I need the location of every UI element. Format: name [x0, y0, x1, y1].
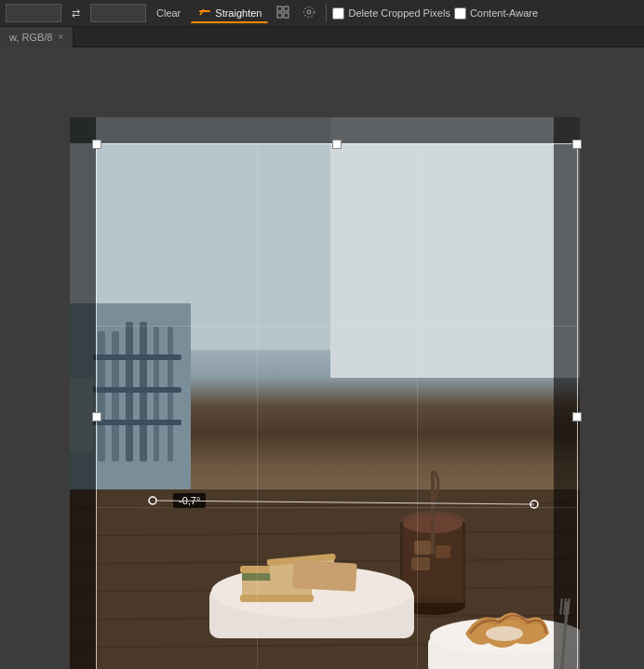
- svg-rect-3: [284, 7, 288, 11]
- grid-line-h1: [97, 326, 577, 327]
- svg-point-6: [307, 10, 311, 14]
- grid-line-v1: [257, 144, 258, 669]
- separator-1: [326, 4, 327, 22]
- svg-rect-2: [277, 7, 282, 11]
- canvas-area[interactable]: -0,7°: [0, 47, 644, 669]
- svg-rect-0: [199, 10, 210, 12]
- tabbar: w, RGB/8 ×: [0, 27, 644, 47]
- height-input[interactable]: [90, 4, 146, 22]
- delete-cropped-checkbox[interactable]: Delete Cropped Pixels: [332, 7, 449, 20]
- tab-close-button[interactable]: ×: [58, 32, 63, 42]
- rotation-line: [97, 144, 577, 669]
- angle-display: -0,7°: [173, 493, 206, 508]
- handle-top-right[interactable]: [572, 140, 582, 149]
- document-tab[interactable]: w, RGB/8 ×: [0, 27, 74, 47]
- settings-icon: [302, 6, 315, 21]
- toolbar: ⇄ Clear Straighten: [0, 0, 644, 27]
- clear-button[interactable]: Clear: [150, 3, 187, 23]
- grid-line-h2: [97, 507, 577, 508]
- width-input[interactable]: [6, 4, 61, 22]
- crop-frame[interactable]: -0,7°: [96, 143, 578, 669]
- handle-top-center[interactable]: [332, 140, 342, 149]
- grid-button[interactable]: [272, 3, 294, 23]
- swap-button[interactable]: ⇄: [65, 3, 87, 23]
- straighten-icon: [197, 5, 212, 21]
- svg-point-7: [304, 7, 315, 17]
- handle-top-left[interactable]: [92, 140, 101, 149]
- grid-icon: [276, 6, 289, 21]
- swap-icon: ⇄: [72, 7, 80, 20]
- handle-middle-right[interactable]: [572, 412, 582, 421]
- handle-middle-left[interactable]: [92, 412, 101, 421]
- svg-rect-5: [284, 13, 288, 18]
- svg-point-69: [149, 497, 156, 504]
- svg-line-70: [156, 501, 534, 504]
- straighten-button[interactable]: Straighten: [191, 3, 268, 23]
- svg-rect-4: [277, 13, 282, 18]
- grid-line-v2: [417, 144, 418, 669]
- content-aware-checkbox[interactable]: Content-Aware: [454, 7, 538, 20]
- settings-button[interactable]: [298, 3, 320, 23]
- svg-rect-20: [70, 378, 93, 452]
